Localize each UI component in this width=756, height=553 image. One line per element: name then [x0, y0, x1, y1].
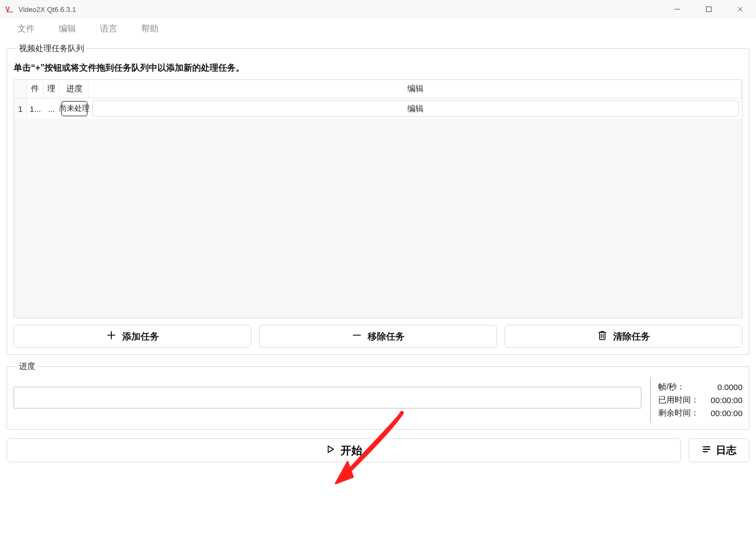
play-icon: [325, 444, 335, 457]
row-file: 1...: [27, 98, 43, 119]
task-table: 件 理 进度 编辑 1 1... ... 尚未处理 编辑: [14, 79, 742, 318]
fps-value: 0.0000: [717, 382, 742, 392]
title-bar: V Video2X Qt6 6.3.1: [0, 0, 756, 18]
trash-icon: [597, 330, 608, 343]
clear-tasks-label: 清除任务: [613, 330, 650, 343]
menu-help[interactable]: 帮助: [129, 20, 171, 38]
progress-group: 进度 帧/秒： 0.0000 已用时间： 00:00:00 剩余时间： 00:0…: [7, 361, 749, 430]
minus-icon: [351, 330, 362, 343]
row-edit-button[interactable]: 编辑: [92, 100, 739, 117]
col-progress[interactable]: 进度: [60, 80, 89, 98]
remove-task-button[interactable]: 移除任务: [259, 325, 497, 348]
fps-label: 帧/秒：: [658, 382, 685, 392]
menu-edit[interactable]: 编辑: [47, 20, 88, 38]
col-index: [14, 80, 27, 98]
svg-rect-1: [707, 7, 711, 12]
row-index: 1: [14, 98, 27, 119]
window-maximize-button[interactable]: [693, 0, 724, 18]
table-row[interactable]: 1 1... ... 尚未处理 编辑: [14, 98, 742, 119]
col-file[interactable]: 件: [27, 80, 43, 98]
queue-group-title: 视频处理任务队列: [17, 43, 86, 54]
add-task-button[interactable]: 添加任务: [14, 325, 251, 348]
log-button[interactable]: 日志: [689, 438, 749, 462]
menu-file[interactable]: 文件: [5, 20, 47, 38]
plus-icon: [106, 330, 117, 343]
menu-language[interactable]: 语言: [88, 20, 129, 38]
overall-progress-bar: [14, 387, 641, 409]
progress-stats: 帧/秒： 0.0000 已用时间： 00:00:00 剩余时间： 00:00:0…: [650, 377, 742, 423]
start-button[interactable]: 开始: [7, 438, 681, 462]
window-close-button[interactable]: [724, 0, 756, 18]
app-icon: V: [5, 5, 14, 14]
window-minimize-button[interactable]: [662, 0, 693, 18]
row-processor: ...: [43, 98, 60, 119]
elapsed-label: 已用时间：: [658, 395, 699, 405]
add-task-label: 添加任务: [122, 330, 159, 343]
window-title: Video2X Qt6 6.3.1: [18, 5, 76, 14]
remaining-label: 剩余时间：: [658, 408, 699, 418]
table-header: 件 理 进度 编辑: [14, 80, 742, 98]
col-processor[interactable]: 理: [43, 80, 60, 98]
progress-badge: 尚未处理: [61, 101, 87, 116]
clear-tasks-button[interactable]: 清除任务: [505, 325, 742, 348]
progress-group-title: 进度: [17, 361, 37, 372]
menu-bar: 文件 编辑 语言 帮助: [0, 18, 756, 39]
queue-group: 视频处理任务队列 单击“+”按钮或将文件拖到任务队列中以添加新的处理任务。 件 …: [7, 43, 749, 355]
log-label: 日志: [716, 443, 736, 457]
row-progress: 尚未处理: [60, 98, 89, 119]
list-icon: [702, 444, 711, 457]
queue-hint-text: 单击“+”按钮或将文件拖到任务队列中以添加新的处理任务。: [14, 62, 742, 74]
remove-task-label: 移除任务: [368, 330, 405, 343]
start-label: 开始: [341, 443, 362, 458]
col-edit[interactable]: 编辑: [89, 80, 742, 98]
remaining-value: 00:00:00: [711, 409, 742, 418]
elapsed-value: 00:00:00: [711, 395, 742, 405]
